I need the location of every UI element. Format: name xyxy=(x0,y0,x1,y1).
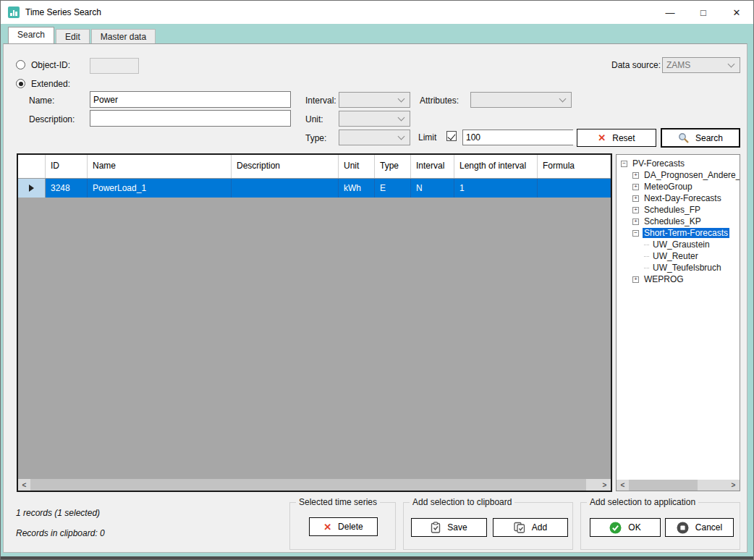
table-cell[interactable]: 3248 xyxy=(46,179,88,198)
tree-item-pv-forecasts[interactable]: −PV-Forecasts xyxy=(619,158,740,169)
tree-item-uw-graustein[interactable]: UW_Graustein xyxy=(619,239,740,250)
tree-item-label[interactable]: Next-Day-Forecasts xyxy=(643,193,723,203)
tree-item-uw-teufelsbruch[interactable]: UW_Teufelsbruch xyxy=(619,262,740,273)
tree-item-schedules-fp[interactable]: +Schedules_FP xyxy=(619,204,740,216)
column-header[interactable]: Length of interval xyxy=(454,155,538,178)
tree-item-label[interactable]: Short-Term-Forecasts xyxy=(643,228,729,238)
limit-spinner[interactable]: ▲ ▼ xyxy=(462,130,573,145)
add-button[interactable]: Add xyxy=(493,518,568,537)
expand-icon[interactable]: + xyxy=(632,172,639,179)
column-header[interactable]: ID xyxy=(46,155,88,178)
object-id-label: Object-ID: xyxy=(31,60,70,70)
tree-item-next-day-forecasts[interactable]: +Next-Day-Forecasts xyxy=(619,192,740,204)
tree-scroll-thumb[interactable] xyxy=(629,480,698,491)
save-button[interactable]: Save xyxy=(411,518,487,537)
expand-icon[interactable]: + xyxy=(632,219,639,225)
expand-icon[interactable]: + xyxy=(632,195,639,202)
group-title: Add selection to clipboard xyxy=(410,497,514,507)
delete-label: Delete xyxy=(338,522,363,532)
table-cell[interactable]: kWh xyxy=(339,179,375,198)
column-header[interactable]: Unit xyxy=(339,155,375,178)
tree-item-short-term-forecasts[interactable]: −Short-Term-Forecasts xyxy=(619,227,740,239)
cancel-button[interactable]: Cancel xyxy=(665,518,734,537)
tree-item-label[interactable]: UW_Graustein xyxy=(651,239,711,250)
selected-time-series-group: Selected time series ✕ Delete xyxy=(289,502,396,550)
tab-search[interactable]: Search xyxy=(8,27,54,43)
expand-icon[interactable]: + xyxy=(632,184,639,190)
chevron-down-icon xyxy=(398,114,405,122)
expand-icon[interactable]: + xyxy=(632,276,639,283)
tree-item-uw-reuter[interactable]: UW_Reuter xyxy=(619,250,740,262)
scroll-right-icon[interactable]: > xyxy=(598,479,611,491)
tree-item-label[interactable]: WEPROG xyxy=(643,274,685,284)
tab-master-data[interactable]: Master data xyxy=(91,29,156,43)
extended-radio[interactable] xyxy=(16,79,25,88)
forecast-tree-panel: −PV-Forecasts+DA_Prognosen_Andere_+Meteo… xyxy=(616,154,740,491)
unit-dropdown[interactable] xyxy=(339,111,410,127)
limit-checkbox[interactable] xyxy=(446,131,457,141)
add-label: Add xyxy=(532,522,547,533)
chevron-down-icon xyxy=(559,96,567,103)
time-series-search-window: Time Series Search — □ ✕ SearchEditMaste… xyxy=(0,0,754,560)
table-cell[interactable]: 1 xyxy=(454,179,538,198)
tree-item-label[interactable]: UW_Teufelsbruch xyxy=(651,263,723,273)
column-header[interactable]: Formula xyxy=(538,155,611,178)
delete-button[interactable]: ✕ Delete xyxy=(309,517,378,536)
row-selector-cell[interactable] xyxy=(18,179,46,198)
name-input[interactable] xyxy=(90,91,291,108)
column-header[interactable]: Type xyxy=(375,155,411,178)
save-label: Save xyxy=(447,522,467,533)
attributes-label: Attributes: xyxy=(420,96,459,106)
object-id-input xyxy=(90,58,139,74)
tree-item-label[interactable]: Schedules_FP xyxy=(643,205,702,215)
minimize-button[interactable]: — xyxy=(653,1,687,24)
tree-item-label[interactable]: DA_Prognosen_Andere_ xyxy=(643,170,740,180)
grid-scroll-thumb[interactable] xyxy=(30,479,586,491)
tree-item-da-prognosen-andere-[interactable]: +DA_Prognosen_Andere_ xyxy=(619,169,740,181)
tree-item-label[interactable]: MeteoGroup xyxy=(643,182,694,192)
close-button[interactable]: ✕ xyxy=(720,1,753,24)
collapse-icon[interactable]: − xyxy=(621,161,627,167)
grid-header-row: IDNameDescriptionUnitTypeIntervalLength … xyxy=(18,155,611,179)
search-icon xyxy=(678,132,689,143)
table-cell[interactable] xyxy=(232,179,339,198)
column-header[interactable]: Name xyxy=(88,155,232,178)
interval-dropdown[interactable] xyxy=(339,92,410,108)
group-title: Add selection to application xyxy=(587,497,698,507)
ok-button[interactable]: OK xyxy=(590,518,661,537)
tree-items: −PV-Forecasts+DA_Prognosen_Andere_+Meteo… xyxy=(617,155,740,285)
maximize-button[interactable]: □ xyxy=(687,1,720,24)
table-cell[interactable]: N xyxy=(411,179,454,198)
tree-item-meteogroup[interactable]: +MeteoGroup xyxy=(619,181,740,192)
collapse-icon[interactable]: − xyxy=(632,230,639,237)
reset-button[interactable]: ✕ Reset xyxy=(577,129,656,147)
column-header[interactable]: Interval xyxy=(411,155,454,178)
tree-item-label[interactable]: Schedules_KP xyxy=(643,216,703,226)
table-row[interactable]: 3248PowerLoad_1kWhEN1 xyxy=(18,179,611,198)
scroll-right-icon[interactable]: > xyxy=(727,480,740,491)
table-cell[interactable] xyxy=(538,179,611,198)
limit-input[interactable] xyxy=(463,130,581,145)
row-selector-header[interactable] xyxy=(18,155,46,178)
table-cell[interactable]: E xyxy=(375,179,411,198)
type-dropdown[interactable] xyxy=(339,130,410,145)
column-header[interactable]: Description xyxy=(232,155,339,178)
object-id-radio[interactable] xyxy=(16,60,25,69)
reset-label: Reset xyxy=(612,133,635,143)
expand-icon[interactable]: + xyxy=(632,207,639,213)
tree-horizontal-scrollbar[interactable]: < > xyxy=(617,480,740,491)
grid-horizontal-scrollbar[interactable]: < > xyxy=(18,479,611,491)
scroll-left-icon[interactable]: < xyxy=(617,480,629,491)
attributes-dropdown[interactable] xyxy=(470,92,572,108)
search-button[interactable]: Search xyxy=(661,128,740,148)
tree-item-label[interactable]: PV-Forecasts xyxy=(631,158,686,169)
tree-item-weprog[interactable]: +WEPROG xyxy=(619,273,740,285)
tab-edit[interactable]: Edit xyxy=(56,29,90,43)
table-cell[interactable]: PowerLoad_1 xyxy=(88,179,232,198)
search-tab-page: Object-ID: Data source: ZAMS Extended: N… xyxy=(3,43,747,553)
scroll-left-icon[interactable]: < xyxy=(18,479,30,491)
tree-item-schedules-kp[interactable]: +Schedules_KP xyxy=(619,216,740,227)
tree-item-label[interactable]: UW_Reuter xyxy=(651,251,700,261)
description-input[interactable] xyxy=(90,110,291,127)
data-source-label: Data source: xyxy=(611,60,661,70)
